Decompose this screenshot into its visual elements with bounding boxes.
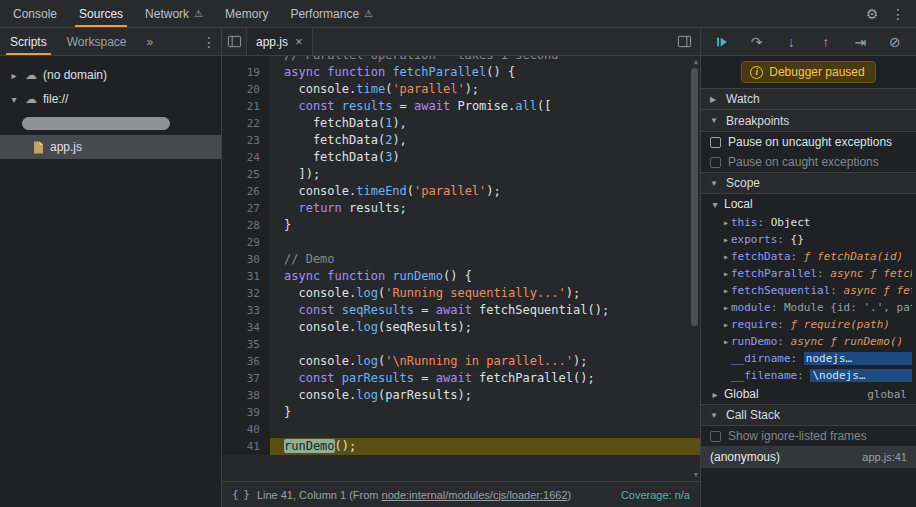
navigator-toggle-icon[interactable] — [222, 30, 246, 54]
expand-arrow-icon[interactable]: ▸ — [721, 285, 731, 296]
line-number[interactable]: 31 — [222, 268, 270, 285]
loader-source-link[interactable]: node:internal/modules/cjs/loader:1662 — [382, 489, 568, 501]
ignore-listed-frames-row[interactable]: Show ignore-listed frames — [701, 426, 916, 446]
code-line[interactable]: 22 fetchData(1), — [222, 115, 700, 132]
line-number[interactable]: 41 — [222, 438, 270, 455]
scope-entry-fetchData[interactable]: ▸fetchData: ƒ fetchData(id) — [701, 248, 916, 265]
collapse-arrow-icon[interactable]: ▾ — [9, 94, 19, 105]
expand-arrow-icon[interactable]: ▸ — [721, 217, 731, 228]
step-out-icon[interactable]: ↑ — [816, 34, 836, 50]
scope-entry-fetchParallel[interactable]: ▸fetchParallel: async ƒ fetchParallel() — [701, 265, 916, 282]
expand-arrow-icon[interactable]: ▸ — [9, 70, 19, 81]
line-number[interactable]: 33 — [222, 302, 270, 319]
code-line[interactable]: 36 console.log('\nRunning in parallel...… — [222, 353, 700, 370]
section-expanded-icon[interactable]: ▼ — [710, 179, 719, 188]
expand-arrow-icon[interactable]: ▸ — [721, 302, 731, 313]
step-into-icon[interactable]: ↓ — [781, 34, 801, 50]
step-over-icon[interactable]: ↷ — [747, 34, 767, 50]
section-expanded-icon[interactable]: ▼ — [710, 411, 719, 420]
editor-tab-appjs[interactable]: app.js × — [246, 28, 313, 55]
expand-arrow-icon[interactable]: ▸ — [721, 319, 731, 330]
code-line[interactable]: 33 const seqResults = await fetchSequent… — [222, 302, 700, 319]
line-number[interactable]: 25 — [222, 166, 270, 183]
line-number[interactable]: 35 — [222, 336, 270, 353]
section-call-stack[interactable]: ▼ Call Stack — [701, 404, 916, 426]
line-number[interactable]: 21 — [222, 98, 270, 115]
code-line[interactable]: 41runDemo(); — [222, 438, 700, 455]
checkbox[interactable] — [710, 157, 721, 168]
code-line[interactable]: 19async function fetchParallel() { — [222, 64, 700, 81]
line-number[interactable]: 29 — [222, 234, 270, 251]
section-breakpoints[interactable]: ▼ Breakpoints — [701, 110, 916, 132]
pretty-print-icon[interactable]: { } — [232, 488, 249, 501]
code-line[interactable]: 32 console.log('Running sequentially...'… — [222, 285, 700, 302]
tree-item-no-domain[interactable]: ▸ ☁ (no domain) — [0, 63, 221, 87]
section-expanded-icon[interactable]: ▼ — [710, 116, 719, 125]
step-icon[interactable]: ⇥ — [850, 34, 870, 50]
line-number[interactable]: 20 — [222, 81, 270, 98]
tree-item-appjs[interactable]: app.js — [0, 135, 221, 159]
expand-arrow-icon[interactable]: ▸ — [710, 389, 720, 400]
line-number[interactable]: 27 — [222, 200, 270, 217]
tab-performance[interactable]: Performance ⚠ — [279, 0, 384, 27]
scope-entry-this[interactable]: ▸this: Object — [701, 214, 916, 231]
line-number[interactable]: 23 — [222, 132, 270, 149]
tab-workspace[interactable]: Workspace — [57, 28, 137, 55]
scroll-down-icon[interactable]: ▼ — [694, 471, 698, 479]
code-line[interactable]: 37 const parResults = await fetchParalle… — [222, 370, 700, 387]
settings-gear-icon[interactable]: ⚙ — [860, 2, 884, 26]
checkbox[interactable] — [710, 431, 721, 442]
tab-sources[interactable]: Sources — [68, 0, 134, 27]
scroll-up-icon[interactable]: ▲ — [694, 58, 698, 66]
scope-entry-module[interactable]: ▸module: Module {id: '.', path… — [701, 299, 916, 316]
code-line[interactable]: 34 console.log(seqResults); — [222, 319, 700, 336]
section-watch[interactable]: ▶ Watch — [701, 88, 916, 110]
breakpoint-toggle-row[interactable]: Pause on uncaught exceptions — [701, 132, 916, 152]
more-tabs-icon[interactable]: » — [137, 28, 164, 55]
line-number[interactable]: 38 — [222, 387, 270, 404]
tab-network[interactable]: Network ⚠ — [134, 0, 214, 27]
checkbox[interactable] — [710, 137, 721, 148]
scope-entry-fetchSequential[interactable]: ▸fetchSequential: async ƒ fetchSequentia… — [701, 282, 916, 299]
line-number[interactable]: 37 — [222, 370, 270, 387]
more-options-icon[interactable]: ⋮ — [886, 2, 910, 26]
code-line[interactable]: 30// Demo — [222, 251, 700, 268]
line-number[interactable] — [222, 56, 270, 64]
coverage-status[interactable]: Coverage: n/a — [621, 489, 690, 501]
tab-memory[interactable]: Memory — [214, 0, 279, 27]
line-number[interactable]: 39 — [222, 404, 270, 421]
call-stack-frame[interactable]: (anonymous)app.js:41 — [701, 446, 916, 468]
tab-scripts[interactable]: Scripts — [0, 28, 57, 55]
line-number[interactable]: 28 — [222, 217, 270, 234]
breakpoint-toggle-row[interactable]: Pause on caught exceptions — [701, 152, 916, 172]
code-line[interactable]: // Parallel operation - takes 1 second — [222, 56, 700, 64]
code-line[interactable]: 38 console.log(parResults); — [222, 387, 700, 404]
code-editor[interactable]: // Parallel operation - takes 1 second19… — [222, 56, 700, 481]
panel-toggle-icon[interactable] — [672, 30, 696, 54]
line-number[interactable]: 24 — [222, 149, 270, 166]
deactivate-breakpoints-icon[interactable]: ⊘ — [885, 34, 905, 50]
code-line[interactable]: 20 console.time('parallel'); — [222, 81, 700, 98]
tree-item-folder[interactable] — [0, 111, 221, 135]
scope-global-group[interactable]: ▸ Global global — [701, 384, 916, 404]
close-icon[interactable]: × — [295, 34, 303, 49]
code-line[interactable]: 39} — [222, 404, 700, 421]
line-number[interactable]: 34 — [222, 319, 270, 336]
expand-arrow-icon[interactable]: ▸ — [721, 336, 731, 347]
scope-entry-__filename[interactable]: __filename: \nodejs… — [701, 367, 916, 384]
expand-arrow-icon[interactable]: ▸ — [721, 251, 731, 262]
line-number[interactable]: 26 — [222, 183, 270, 200]
scope-local-group[interactable]: ▾ Local — [701, 194, 916, 214]
expand-arrow-icon[interactable]: ▸ — [721, 268, 731, 279]
tab-console[interactable]: Console — [2, 0, 68, 27]
code-line[interactable]: 31async function runDemo() { — [222, 268, 700, 285]
line-number[interactable]: 22 — [222, 115, 270, 132]
tree-item-file-domain[interactable]: ▾ ☁ file:// — [0, 87, 221, 111]
code-line[interactable]: 23 fetchData(2), — [222, 132, 700, 149]
scope-entry-runDemo[interactable]: ▸runDemo: async ƒ runDemo() — [701, 333, 916, 350]
expand-arrow-icon[interactable]: ▸ — [721, 234, 731, 245]
line-number[interactable]: 40 — [222, 421, 270, 438]
code-line[interactable]: 29 — [222, 234, 700, 251]
line-number[interactable]: 19 — [222, 64, 270, 81]
line-number[interactable]: 36 — [222, 353, 270, 370]
